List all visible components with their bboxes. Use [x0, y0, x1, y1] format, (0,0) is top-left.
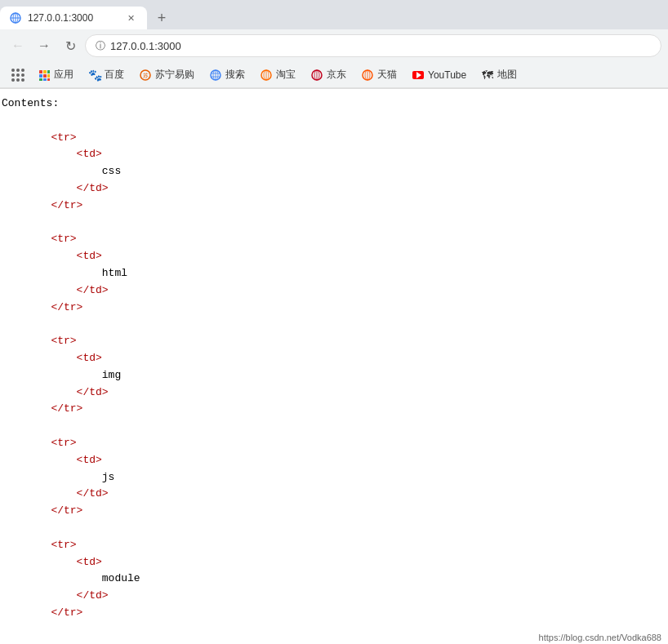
bookmark-suning[interactable]: 苏 苏宁易购: [132, 65, 201, 84]
lock-icon: ⓘ: [96, 39, 105, 53]
suning-icon: 苏: [139, 69, 152, 82]
bookmark-tianmao[interactable]: 天猫: [354, 65, 403, 84]
ditu-label: 地图: [497, 68, 517, 82]
tr-open-2: <tr>: [0, 233, 77, 245]
sousuo-icon: [209, 69, 222, 82]
tab-bar: 127.0.0.1:3000 ✕ +: [0, 0, 668, 29]
cell-html: html: [0, 267, 127, 279]
td-open-3: <td>: [0, 352, 102, 364]
td-close-3: </td>: [0, 386, 109, 398]
taobao-label: 淘宝: [276, 68, 296, 82]
tr-close-4: </tr>: [0, 504, 82, 517]
contents-label: Contents:: [0, 97, 59, 109]
tab-favicon: [10, 12, 21, 24]
back-button[interactable]: ←: [7, 34, 29, 57]
youtube-icon: [412, 69, 425, 82]
tr-close-3: </tr>: [0, 402, 82, 415]
svg-rect-12: [47, 78, 50, 81]
svg-rect-11: [43, 78, 47, 81]
tr-open-1: <tr>: [0, 131, 77, 144]
svg-text:苏: 苏: [143, 73, 149, 78]
map-icon: 🗺: [481, 69, 494, 82]
jingdong-label: 京东: [327, 68, 346, 82]
bookmark-sousuo[interactable]: 搜索: [203, 65, 252, 84]
bookmark-taobao[interactable]: 淘宝: [253, 65, 302, 84]
address-bar[interactable]: ⓘ 127.0.0.1:3000: [85, 34, 661, 57]
new-tab-button[interactable]: +: [150, 7, 173, 29]
bookmark-yingyong[interactable]: 应用: [31, 65, 80, 84]
td-close-4: </td>: [0, 487, 109, 500]
status-bar: https://blog.csdn.net/Vodka688: [532, 631, 668, 639]
jingdong-icon: [310, 69, 323, 82]
svg-rect-8: [43, 74, 47, 78]
tianmao-label: 天猫: [377, 68, 397, 82]
apps-button[interactable]: [7, 64, 29, 87]
td-open-5: <td>: [0, 556, 102, 568]
svg-rect-9: [47, 74, 50, 78]
tab-close-button[interactable]: ✕: [124, 11, 137, 24]
td-open-2: <td>: [0, 250, 102, 262]
svg-rect-5: [43, 70, 47, 73]
tr-open-4: <tr>: [0, 437, 77, 449]
address-text: 127.0.0.1:3000: [110, 40, 181, 52]
sousuo-label: 搜索: [225, 68, 245, 82]
td-open-1: <td>: [0, 148, 102, 160]
bookmark-youtube[interactable]: YouTube: [405, 66, 473, 84]
yingyong-icon: [38, 69, 51, 82]
tr-open-3: <tr>: [0, 335, 77, 347]
td-close-1: </td>: [0, 182, 109, 194]
taobao-icon: [260, 69, 273, 82]
youtube-label: YouTube: [428, 69, 466, 81]
tab-title: 127.0.0.1:3000: [28, 12, 118, 24]
cell-img: img: [0, 369, 121, 381]
yingyong-label: 应用: [54, 68, 73, 82]
forward-button[interactable]: →: [33, 34, 56, 57]
xml-content: <tr> <td> css </td> </tr> <tr> <td> html…: [0, 113, 668, 639]
tianmao-icon: [361, 69, 374, 82]
suning-label: 苏宁易购: [155, 68, 194, 82]
active-tab[interactable]: 127.0.0.1:3000 ✕: [0, 7, 147, 29]
svg-rect-10: [39, 78, 42, 81]
page-content: Contents: <tr> <td> css </td> </tr> <tr>…: [0, 89, 668, 639]
bookmark-ditu[interactable]: 🗺 地图: [474, 65, 523, 84]
baidu-icon: 🐾: [88, 69, 101, 82]
baidu-label: 百度: [105, 68, 124, 82]
browser-chrome: 127.0.0.1:3000 ✕ + ← → ↻ ⓘ 127.0.0.1:300…: [0, 0, 668, 89]
svg-rect-7: [39, 74, 42, 78]
td-open-4: <td>: [0, 454, 102, 466]
svg-rect-4: [39, 70, 42, 73]
tr-close-1: </tr>: [0, 199, 82, 211]
tr-close-5: </tr>: [0, 606, 82, 619]
cell-module: module: [0, 572, 140, 584]
bookmark-baidu[interactable]: 🐾 百度: [82, 65, 131, 84]
tr-open-5: <tr>: [0, 539, 77, 551]
status-url: https://blog.csdn.net/Vodka688: [539, 633, 661, 639]
bookmark-jingdong[interactable]: 京东: [304, 65, 353, 84]
bookmarks-bar: 应用 🐾 百度 苏 苏宁易购: [0, 62, 668, 88]
tr-close-2: </tr>: [0, 301, 82, 313]
svg-rect-6: [47, 70, 50, 73]
cell-js: js: [0, 471, 114, 483]
td-close-2: </td>: [0, 284, 109, 296]
refresh-button[interactable]: ↻: [59, 34, 82, 57]
td-close-5: </td>: [0, 589, 109, 602]
cell-css: css: [0, 165, 121, 177]
nav-bar: ← → ↻ ⓘ 127.0.0.1:3000: [0, 29, 668, 62]
